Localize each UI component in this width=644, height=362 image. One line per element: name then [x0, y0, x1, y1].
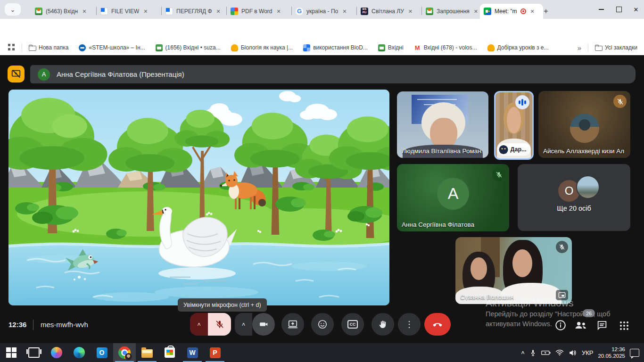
- file-explorer-button[interactable]: [136, 343, 158, 362]
- tray-clock[interactable]: 12:36 20.05.2025: [598, 346, 625, 359]
- chrome-button-active[interactable]: [113, 343, 136, 362]
- all-bookmarks-button[interactable]: Усі закладки: [595, 44, 637, 51]
- present-button[interactable]: [281, 313, 304, 336]
- bookmark-inbox-1656[interactable]: (1656) Вхідні • suza...: [156, 44, 221, 51]
- bookmark-label: Вхідні: [388, 44, 404, 51]
- tray-mic-icon[interactable]: [529, 349, 537, 357]
- participants-button[interactable]: [574, 319, 587, 333]
- activities-button[interactable]: [619, 320, 630, 333]
- tray-time: 12:36: [611, 346, 625, 352]
- meeting-details-button[interactable]: [554, 319, 567, 333]
- tab-inbox-5463[interactable]: (5463) Вхідн ✕: [31, 4, 103, 19]
- powerpoint-button[interactable]: P: [204, 343, 226, 362]
- edge-button[interactable]: [68, 343, 91, 362]
- bookmark-lessons[interactable]: Добірка уроків з е...: [487, 44, 549, 51]
- tab-meet-active[interactable]: Meet: "m ✕: [480, 4, 543, 19]
- tab-google-search[interactable]: G україна - По ✕: [292, 4, 363, 19]
- chevron-up-icon: ˄: [521, 349, 525, 356]
- camera-options-chevron[interactable]: ˄: [235, 313, 252, 336]
- outlook-button[interactable]: O: [91, 343, 113, 362]
- more-options-button[interactable]: ⋮: [398, 313, 421, 336]
- close-icon[interactable]: ✕: [277, 8, 281, 15]
- window-close-button[interactable]: ✕: [629, 5, 643, 14]
- bspu-icon: BS PU: [361, 8, 368, 15]
- notification-center-button[interactable]: [630, 349, 639, 357]
- close-icon[interactable]: ✕: [474, 8, 478, 15]
- tab-title: PDF в Word: [241, 8, 272, 15]
- end-call-button[interactable]: [424, 313, 451, 336]
- participant-tile-daria-speaking[interactable]: Дар...: [494, 91, 534, 160]
- close-icon[interactable]: ✕: [216, 8, 221, 15]
- folder-icon: [595, 44, 602, 51]
- participant-tile-anna[interactable]: A Анна Сергіївна Філатова: [397, 164, 509, 231]
- tray-volume-icon[interactable]: [569, 349, 577, 356]
- raise-hand-button[interactable]: [372, 313, 394, 336]
- bookmark-gmail-678[interactable]: MВхідні (678) - volos...: [414, 44, 477, 51]
- captions-button[interactable]: CC: [341, 313, 364, 336]
- participant-name: Сузанна Волошин: [460, 294, 514, 301]
- new-tab-button[interactable]: +: [540, 4, 557, 19]
- tray-date: 20.05.2025: [598, 353, 625, 359]
- more-people-label: Ще 20 осіб: [518, 205, 630, 212]
- copilot-button[interactable]: [45, 343, 68, 362]
- start-button[interactable]: [0, 343, 23, 362]
- raise-hand-icon: [378, 319, 388, 329]
- windows-taskbar: O W P ˄ УКР 12:36: [0, 343, 644, 362]
- camera-button-group[interactable]: ˄: [235, 313, 275, 336]
- bookmark-label: Добірка уроків з е...: [497, 44, 549, 51]
- close-icon[interactable]: ✕: [408, 8, 413, 15]
- presentation-warning-badge[interactable]: [8, 66, 25, 82]
- forest-scene-illustration: [8, 90, 389, 305]
- bookmark-new-folder[interactable]: Нова папка: [29, 44, 68, 51]
- store-icon: [165, 347, 175, 358]
- muted-badge: [613, 95, 627, 108]
- participant-tile-lyudmyla[interactable]: Людмила Віталіївна Роман...: [397, 91, 488, 158]
- tab-view-file[interactable]: ПЕРЕГЛЯД Ф ✕: [162, 4, 233, 19]
- avatar: [576, 175, 600, 199]
- overflow-tile-more-people[interactable]: O Ще 20 осіб: [518, 164, 630, 231]
- tab-search-button[interactable]: ⌄: [5, 3, 21, 16]
- close-icon[interactable]: ✕: [342, 8, 347, 15]
- bookmarks-overflow-button[interactable]: »: [578, 44, 581, 52]
- window-minimize-button[interactable]: [594, 5, 608, 14]
- task-view-button[interactable]: [23, 343, 45, 362]
- tab-title: Світлана ЛУ: [372, 8, 404, 15]
- muted-badge: [492, 168, 505, 181]
- tab-pdf-word[interactable]: PDF в Word ✕: [227, 4, 298, 19]
- ms-store-button[interactable]: [158, 343, 181, 362]
- avatar: [570, 114, 599, 143]
- recording-indicator-icon: [520, 8, 526, 14]
- tab-file-view[interactable]: FILE VIEW ✕: [97, 4, 168, 19]
- close-icon[interactable]: ✕: [530, 8, 535, 15]
- tray-expand-button[interactable]: ˄: [521, 349, 525, 356]
- participant-tile-suzanna[interactable]: Сузанна Волошин: [455, 237, 572, 304]
- bookmark-stem-school[interactable]: «STEM-школа» – Ін...: [79, 44, 145, 51]
- divider: [588, 43, 588, 52]
- tab-invitation[interactable]: Запрошення ✕: [422, 4, 485, 19]
- bookmark-biology[interactable]: Біологія як наука |...: [231, 44, 293, 51]
- camera-toggle-button[interactable]: [252, 313, 275, 336]
- participant-tile-aysel[interactable]: Айсель Аллахверді кизи Ал...: [538, 91, 630, 158]
- pip-button[interactable]: [556, 290, 568, 300]
- screen: ⌄ (5463) Вхідн ✕ FILE VIEW ✕ ПЕРЕГЛЯД Ф …: [0, 0, 644, 362]
- close-icon[interactable]: ✕: [143, 8, 148, 15]
- tray-wifi-icon[interactable]: [555, 349, 564, 356]
- window-maximize-button[interactable]: [612, 5, 626, 14]
- mic-button-group[interactable]: ˄: [190, 313, 231, 336]
- bookmark-inbox[interactable]: Вхідні: [378, 44, 404, 51]
- bookmark-biod[interactable]: використання BioD...: [303, 44, 368, 51]
- mic-options-chevron[interactable]: ˄: [190, 313, 208, 336]
- apps-grid-button[interactable]: [8, 43, 15, 52]
- close-icon[interactable]: ✕: [82, 8, 86, 15]
- reactions-button[interactable]: [311, 313, 334, 336]
- tab-svitlana[interactable]: BS PU Світлана ЛУ ✕: [357, 4, 429, 19]
- tray-battery-icon[interactable]: [541, 350, 551, 356]
- mic-toggle-button[interactable]: [208, 313, 231, 336]
- meeting-code: mes-mwfh-wvh: [41, 321, 88, 329]
- bookmark-label: Вхідні (678) - volos...: [424, 44, 477, 51]
- chat-button[interactable]: [596, 320, 608, 333]
- mic-off-icon: [617, 98, 624, 105]
- word-button[interactable]: W: [181, 343, 204, 362]
- language-indicator[interactable]: УКР: [582, 349, 594, 356]
- presentation-stage[interactable]: [8, 90, 389, 305]
